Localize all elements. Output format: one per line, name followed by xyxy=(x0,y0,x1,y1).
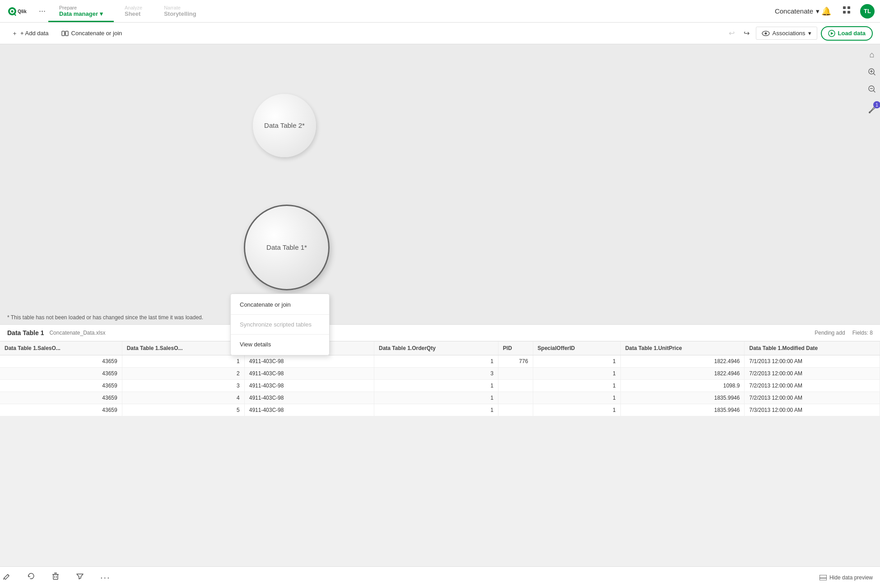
table-node-2[interactable]: Data Table 2* xyxy=(253,94,316,157)
notifications-button[interactable]: 🔔 xyxy=(819,5,833,18)
svg-point-2 xyxy=(11,10,13,12)
refresh-button[interactable] xyxy=(24,569,38,585)
context-menu: Concatenate or join Synchronize scripted… xyxy=(230,294,330,355)
table-cell: 1835.9946 xyxy=(620,404,745,416)
table-cell: 1 xyxy=(533,368,620,380)
table-cell: 4911-403C-98 xyxy=(244,368,374,380)
play-icon xyxy=(828,30,835,37)
tab-narrate-main: Storytelling xyxy=(164,10,196,17)
toolbar: ＋ + Add data Concatenate or join ↩ ↪ Ass… xyxy=(0,23,880,44)
col-header-3: Data Table 1.OrderQty xyxy=(374,341,498,355)
filter-button[interactable] xyxy=(73,569,87,585)
tab-prepare[interactable]: Prepare Data manager ▾ xyxy=(48,0,114,22)
refresh-icon xyxy=(27,572,35,580)
table-cell: 1822.4946 xyxy=(620,355,745,368)
table-row: 4365944911-403C-98111835.99467/2/2013 12… xyxy=(0,392,880,404)
edit-button[interactable] xyxy=(0,569,14,585)
zoom-out-icon xyxy=(868,85,876,93)
associations-button[interactable]: Associations ▾ xyxy=(756,27,817,40)
tab-narrate[interactable]: Narrate Storytelling xyxy=(153,0,207,22)
table-cell: 4911-403C-98 xyxy=(244,404,374,416)
associations-chevron-icon: ▾ xyxy=(808,30,811,37)
svg-rect-10 xyxy=(65,31,68,36)
data-table-status: Pending add xyxy=(815,330,845,336)
svg-line-24 xyxy=(8,574,9,576)
table-cell: 43659 xyxy=(0,392,122,404)
svg-rect-31 xyxy=(819,575,827,580)
table-row: 4365934911-403C-98111098.97/2/2013 12:00… xyxy=(0,380,880,392)
redo-button[interactable]: ↪ xyxy=(741,27,752,39)
table-row: 4365954911-403C-98111835.99467/3/2013 12… xyxy=(0,404,880,416)
eye-icon xyxy=(762,30,770,37)
table-cell: 7/2/2013 12:00:00 AM xyxy=(745,368,880,380)
add-data-button[interactable]: ＋ + Add data xyxy=(7,27,53,40)
table-cell: 7/2/2013 12:00:00 AM xyxy=(745,392,880,404)
more-icon: ··· xyxy=(100,572,111,582)
user-avatar[interactable]: TL xyxy=(860,4,875,19)
load-data-button[interactable]: Load data xyxy=(821,26,873,41)
canvas-footer: * This table has not been loaded or has … xyxy=(0,311,880,325)
col-header-0: Data Table 1.SalesO... xyxy=(0,341,122,355)
svg-rect-8 xyxy=(847,11,850,14)
badge: 1 xyxy=(873,101,880,108)
hide-preview-button[interactable]: Hide data preview xyxy=(819,574,873,581)
paint-button[interactable]: 1 xyxy=(865,103,879,117)
table-cell: 1835.9946 xyxy=(620,392,745,404)
delete-button[interactable] xyxy=(49,569,62,585)
svg-rect-9 xyxy=(62,31,65,36)
nav-more-button[interactable]: ··· xyxy=(36,4,48,19)
table-node-1[interactable]: Data Table 1* xyxy=(244,205,330,290)
svg-line-25 xyxy=(4,578,4,579)
undo-button[interactable]: ↩ xyxy=(726,27,737,39)
table-cell: 4911-403C-98 xyxy=(244,355,374,368)
grid-button[interactable] xyxy=(840,4,853,19)
bottom-right: Hide data preview xyxy=(819,574,880,581)
table-cell: 3 xyxy=(122,380,244,392)
more-button[interactable]: ··· xyxy=(98,569,113,585)
chevron-down-icon: ▾ xyxy=(100,10,103,17)
tab-prepare-main: Data manager ▾ xyxy=(59,10,103,17)
svg-rect-6 xyxy=(847,6,850,9)
table-cell: 1098.9 xyxy=(620,380,745,392)
table-cell: 43659 xyxy=(0,380,122,392)
data-table-section: Data Table 1 Concatenate_Data.xlsx Pendi… xyxy=(0,325,880,416)
nav-right: 🔔 TL xyxy=(819,4,875,19)
hide-preview-icon xyxy=(819,575,827,580)
table-cell: 1 xyxy=(374,380,498,392)
bottom-toolbar: ··· Hide data preview xyxy=(0,566,880,588)
grid-icon xyxy=(842,5,851,14)
context-menu-divider-2 xyxy=(231,334,329,335)
table-cell: 5 xyxy=(122,404,244,416)
data-table-subtitle: Concatenate_Data.xlsx xyxy=(49,330,105,336)
data-table-title: Data Table 1 xyxy=(7,329,44,336)
tab-analyze-top: Analyze xyxy=(125,5,142,10)
svg-line-19 xyxy=(874,74,875,75)
table-cell: 4911-403C-98 xyxy=(244,392,374,404)
home-zoom-button[interactable]: ⌂ xyxy=(865,48,879,61)
zoom-out-button[interactable] xyxy=(865,82,879,96)
qlik-logo: Qlik xyxy=(5,5,33,18)
table-cell xyxy=(498,380,533,392)
context-menu-concatenate[interactable]: Concatenate or join xyxy=(231,297,329,313)
table-cell: 1 xyxy=(533,380,620,392)
data-table-header: Data Table 1 Concatenate_Data.xlsx Pendi… xyxy=(0,325,880,341)
svg-text:Qlik: Qlik xyxy=(18,8,27,14)
tab-analyze[interactable]: Analyze Sheet xyxy=(114,0,153,22)
plus-icon: ＋ xyxy=(12,29,18,37)
table-cell: 1822.4946 xyxy=(620,368,745,380)
zoom-in-button[interactable] xyxy=(865,65,879,79)
concatenate-join-button[interactable]: Concatenate or join xyxy=(57,27,127,40)
table-cell: 1 xyxy=(374,392,498,404)
svg-rect-7 xyxy=(843,11,846,14)
context-menu-view-details[interactable]: View details xyxy=(231,336,329,352)
table-cell: 1 xyxy=(122,355,244,368)
table-cell: 4 xyxy=(122,392,244,404)
edit-icon xyxy=(3,572,11,580)
table-cell: 776 xyxy=(498,355,533,368)
table-header-row: Data Table 1.SalesO... Data Table 1.Sale… xyxy=(0,341,880,355)
context-menu-divider xyxy=(231,314,329,315)
col-header-7: Data Table 1.Modified Date xyxy=(745,341,880,355)
qlik-logo-svg: Qlik xyxy=(5,5,33,18)
svg-marker-15 xyxy=(831,32,833,35)
concatenate-icon xyxy=(61,30,69,37)
